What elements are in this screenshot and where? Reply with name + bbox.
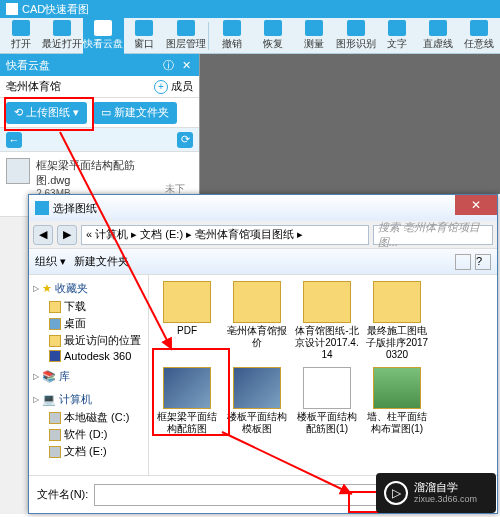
file-name: 框架梁平面结构配筋图.dwg (36, 158, 159, 188)
tree-recent[interactable]: 最近访问的位置 (33, 332, 144, 349)
folder-quote[interactable]: 亳州体育馆报价 (225, 281, 289, 361)
text-icon (388, 20, 406, 36)
folder-final[interactable]: 最终施工图电子版排序20170320 (365, 281, 429, 361)
redo-icon (264, 20, 282, 36)
app-icon (6, 3, 18, 15)
tree-desktop[interactable]: 桌面 (33, 315, 144, 332)
layers-button[interactable]: 图层管理 (165, 18, 206, 54)
measure-button[interactable]: 测量 (294, 18, 335, 54)
open-button[interactable]: 打开 (0, 18, 41, 54)
toolbar-separator (208, 22, 209, 50)
refresh-icon[interactable]: ⟳ (177, 132, 193, 148)
filename-label: 文件名(N): (37, 487, 88, 502)
cloud-icon (94, 20, 112, 36)
file-wall-col[interactable]: 墙、柱平面结构布置图(1) (365, 367, 429, 435)
drawing-canvas[interactable] (200, 54, 500, 194)
dialog-title: 选择图纸 (53, 201, 97, 216)
window-icon (135, 20, 153, 36)
file-toolbar: ← ⟳ (0, 128, 199, 152)
recent-icon (53, 20, 71, 36)
shape-button[interactable]: 图形识别 (335, 18, 376, 54)
help-icon[interactable]: ? (475, 254, 491, 270)
organize-menu[interactable]: 组织 ▾ (35, 254, 66, 269)
play-icon: ▷ (384, 481, 408, 505)
main-toolbar: 打开 最近打开 快看云盘 窗口 图层管理 撤销 恢复 测量 图形识别 文字 直虚… (0, 18, 500, 54)
redo-button[interactable]: 恢复 (252, 18, 293, 54)
members-label[interactable]: 成员 (171, 79, 193, 94)
ruler-icon (305, 20, 323, 36)
layers-icon (177, 20, 195, 36)
folder-beijing[interactable]: 体育馆图纸-北京设计2017.4.14 (295, 281, 359, 361)
breadcrumb-row: 亳州体育馆 + 成员 (0, 76, 199, 98)
dialog-title-bar: 选择图纸 ✕ (29, 195, 497, 221)
shape-icon (347, 20, 365, 36)
nav-fwd-button[interactable]: ▶ (57, 225, 77, 245)
app-title: CAD快速看图 (22, 2, 89, 17)
info-icon[interactable]: ⓘ (161, 58, 175, 72)
upload-button[interactable]: ⟲ 上传图纸 ▾ (6, 102, 87, 124)
folder-tree: ★收藏夹 下载 桌面 最近访问的位置 Autodesk 360 📚库 💻计算机 … (29, 275, 149, 475)
dropdown-icon: ▾ (73, 106, 79, 119)
watermark-url: zixue.3d66.com (414, 494, 477, 505)
free-button[interactable]: 任意线 (459, 18, 500, 54)
dialog-body: ★收藏夹 下载 桌面 最近访问的位置 Autodesk 360 📚库 💻计算机 … (29, 275, 497, 475)
app-small-icon (35, 201, 49, 215)
path-breadcrumb[interactable]: « 计算机 ▸ 文档 (E:) ▸ 亳州体育馆项目图纸 ▸ (81, 225, 369, 245)
dialog-close-button[interactable]: ✕ (455, 195, 497, 215)
tree-drive-c[interactable]: 本地磁盘 (C:) (33, 409, 144, 426)
folder-pdf[interactable]: PDF (155, 281, 219, 361)
recent-button[interactable]: 最近打开 (41, 18, 82, 54)
watermark-brand: 溜溜自学 (414, 481, 477, 494)
action-row: ⟲ 上传图纸 ▾ ▭ 新建文件夹 (0, 98, 199, 128)
filename-input[interactable] (94, 484, 399, 506)
tree-libraries[interactable]: 📚库 (33, 367, 144, 386)
line-button[interactable]: 直虚线 (418, 18, 459, 54)
panel-header: 快看云盘 ⓘ ✕ (0, 54, 199, 76)
dialog-tools: 组织 ▾ 新建文件夹 ? (29, 249, 497, 275)
file-slab-rebar[interactable]: 楼板平面结构配筋图(1) (295, 367, 359, 435)
tree-computer[interactable]: 💻计算机 (33, 390, 144, 409)
members-icon[interactable]: + (154, 80, 168, 94)
tree-drive-d[interactable]: 软件 (D:) (33, 426, 144, 443)
panel-close-icon[interactable]: ✕ (179, 58, 193, 72)
tree-autodesk[interactable]: Autodesk 360 (33, 349, 144, 363)
undo-icon (223, 20, 241, 36)
file-thumb-icon (6, 158, 30, 184)
window-button[interactable]: 窗口 (124, 18, 165, 54)
title-bar: CAD快速看图 (0, 0, 500, 18)
back-icon[interactable]: ← (6, 132, 22, 148)
freeline-icon (470, 20, 488, 36)
search-input[interactable]: 搜索 亳州体育馆项目图... (373, 225, 493, 245)
undo-button[interactable]: 撤销 (211, 18, 252, 54)
file-frame-beam[interactable]: 框架梁平面结构配筋图 (155, 367, 219, 435)
dialog-nav: ◀ ▶ « 计算机 ▸ 文档 (E:) ▸ 亳州体育馆项目图纸 ▸ 搜索 亳州体… (29, 221, 497, 249)
watermark: ▷ 溜溜自学 zixue.3d66.com (376, 473, 496, 513)
newfolder-menu[interactable]: 新建文件夹 (74, 254, 129, 269)
folder-plus-icon: ▭ (101, 106, 111, 119)
file-list: PDF 亳州体育馆报价 体育馆图纸-北京设计2017.4.14 最终施工图电子版… (149, 275, 497, 475)
cloud-button[interactable]: 快看云盘 (83, 18, 124, 54)
upload-icon: ⟲ (14, 106, 23, 119)
breadcrumb[interactable]: 亳州体育馆 (6, 79, 61, 94)
nav-back-button[interactable]: ◀ (33, 225, 53, 245)
folder-open-icon (12, 20, 30, 36)
file-slab-template[interactable]: 楼板平面结构模板图 (225, 367, 289, 435)
view-icon[interactable] (455, 254, 471, 270)
text-button[interactable]: 文字 (376, 18, 417, 54)
tree-download[interactable]: 下载 (33, 298, 144, 315)
panel-title: 快看云盘 (6, 58, 50, 73)
tree-drive-e[interactable]: 文档 (E:) (33, 443, 144, 460)
file-open-dialog: 选择图纸 ✕ ◀ ▶ « 计算机 ▸ 文档 (E:) ▸ 亳州体育馆项目图纸 ▸… (28, 194, 498, 514)
newfolder-button[interactable]: ▭ 新建文件夹 (93, 102, 177, 124)
tree-favorites[interactable]: ★收藏夹 (33, 279, 144, 298)
line-icon (429, 20, 447, 36)
